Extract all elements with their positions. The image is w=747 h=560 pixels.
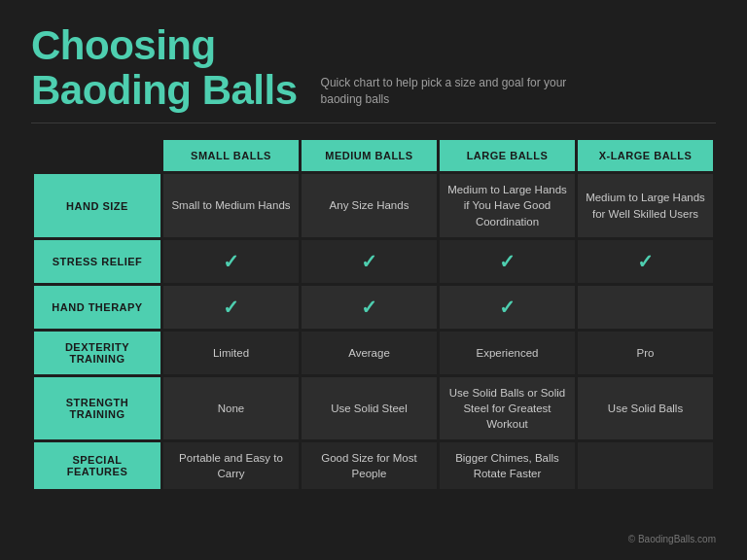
row-label-hand-size: HAND SIZE <box>34 174 160 236</box>
cell-therapy-xlarge <box>578 286 713 329</box>
cell-hand-size-small: Small to Medium Hands <box>163 174 299 236</box>
table-row: STRENGTH TRAINING None Use Solid Steel U… <box>34 377 713 439</box>
cell-strength-small: None <box>163 377 299 439</box>
watermark: © BaodingBalls.com <box>31 534 716 544</box>
checkmark-icon: ✓ <box>499 251 516 272</box>
table-row: STRESS RELIEF ✓ ✓ ✓ ✓ <box>34 240 713 283</box>
row-label-strength: STRENGTH TRAINING <box>34 377 160 439</box>
checkmark-icon: ✓ <box>361 251 377 272</box>
cell-dexterity-large: Experienced <box>440 332 575 374</box>
divider <box>31 122 716 123</box>
table-row: SPECIAL FEATURES Portable and Easy to Ca… <box>34 442 713 489</box>
cell-special-small: Portable and Easy to Carry <box>163 442 299 489</box>
cell-therapy-small: ✓ <box>163 286 299 329</box>
subtitle-text: Quick chart to help pick a size and goal… <box>321 75 593 108</box>
header-empty-cell <box>34 140 160 171</box>
cell-hand-size-large: Medium to Large Hands if You Have Good C… <box>440 174 575 236</box>
cell-special-medium: Good Size for Most People <box>302 442 437 489</box>
cell-strength-large: Use Solid Balls or Solid Steel for Great… <box>440 377 575 439</box>
row-label-hand-therapy: HAND THERAPY <box>34 286 160 329</box>
checkmark-icon: ✓ <box>223 251 239 272</box>
col-header-small: SMALL BALLS <box>163 140 299 171</box>
subtitle-block: Quick chart to help pick a size and goal… <box>321 75 593 114</box>
cell-hand-size-xlarge: Medium to Large Hands for Well Skilled U… <box>578 174 713 236</box>
checkmark-icon: ✓ <box>499 297 516 318</box>
cell-stress-xlarge: ✓ <box>578 240 713 283</box>
cell-special-large: Bigger Chimes, Balls Rotate Faster <box>440 442 575 489</box>
col-header-xlarge: X-LARGE BALLS <box>578 140 713 171</box>
checkmark-icon: ✓ <box>361 297 377 318</box>
checkmark-icon: ✓ <box>223 297 239 318</box>
row-label-dexterity: DEXTERITY TRAINING <box>34 332 160 374</box>
col-header-large: LARGE BALLS <box>440 140 575 171</box>
cell-dexterity-small: Limited <box>163 332 299 374</box>
table-row: HAND THERAPY ✓ ✓ ✓ <box>34 286 713 329</box>
cell-strength-medium: Use Solid Steel <box>302 377 437 439</box>
table-row: HAND SIZE Small to Medium Hands Any Size… <box>34 174 713 236</box>
cell-stress-medium: ✓ <box>302 240 437 283</box>
page-wrapper: Choosing Baoding Balls Quick chart to he… <box>0 0 747 560</box>
header-section: Choosing Baoding Balls Quick chart to he… <box>31 23 716 113</box>
col-header-medium: MEDIUM BALLS <box>302 140 437 171</box>
cell-dexterity-medium: Average <box>302 332 437 374</box>
comparison-table: SMALL BALLS MEDIUM BALLS LARGE BALLS X-L… <box>31 137 716 492</box>
cell-hand-size-medium: Any Size Hands <box>302 174 437 236</box>
cell-therapy-medium: ✓ <box>302 286 437 329</box>
cell-stress-small: ✓ <box>163 240 299 283</box>
cell-stress-large: ✓ <box>440 240 575 283</box>
table-container: SMALL BALLS MEDIUM BALLS LARGE BALLS X-L… <box>31 137 716 528</box>
row-label-stress-relief: STRESS RELIEF <box>34 240 160 283</box>
cell-special-xlarge <box>578 442 713 489</box>
row-label-special: SPECIAL FEATURES <box>34 442 160 489</box>
table-row: DEXTERITY TRAINING Limited Average Exper… <box>34 332 713 374</box>
title-block: Choosing Baoding Balls <box>31 23 298 113</box>
table-header-row: SMALL BALLS MEDIUM BALLS LARGE BALLS X-L… <box>34 140 713 171</box>
cell-strength-xlarge: Use Solid Balls <box>578 377 713 439</box>
checkmark-icon: ✓ <box>637 251 654 272</box>
cell-dexterity-xlarge: Pro <box>578 332 713 374</box>
main-title: Choosing Baoding Balls <box>31 23 298 113</box>
cell-therapy-large: ✓ <box>440 286 575 329</box>
